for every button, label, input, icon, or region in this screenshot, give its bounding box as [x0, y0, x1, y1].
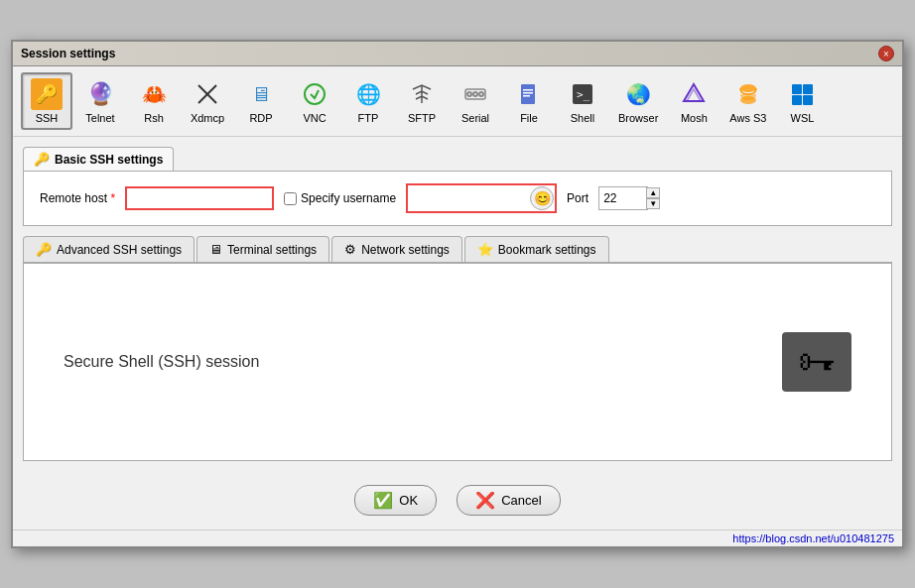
browser-icon: 🌏	[622, 78, 654, 110]
status-bar: https://blog.csdn.net/u010481275	[13, 529, 902, 546]
wsl-label: WSL	[791, 112, 815, 124]
rsh-icon: 🦀	[138, 78, 170, 110]
remote-host-input[interactable]	[125, 186, 274, 210]
svg-rect-20	[803, 95, 813, 105]
browser-label: Browser	[618, 112, 658, 124]
port-group: ▲ ▼	[598, 186, 660, 210]
vnc-button[interactable]: VNC	[289, 72, 340, 130]
rdp-icon: 🖥	[245, 78, 277, 110]
browser-button[interactable]: 🌏 Browser	[610, 72, 666, 130]
telnet-button[interactable]: 🔮 Telnet	[74, 72, 126, 130]
port-input[interactable]	[598, 186, 648, 210]
bookmark-tab-icon: ⭐	[477, 242, 493, 257]
basic-ssh-body: Remote host * Specify username 😊 Port	[23, 171, 892, 226]
ok-label: OK	[399, 493, 418, 508]
telnet-icon: 🔮	[84, 78, 116, 110]
svg-rect-19	[792, 95, 802, 105]
mosh-label: Mosh	[681, 112, 708, 124]
status-url: https://blog.csdn.net/u010481275	[732, 532, 894, 544]
cancel-button[interactable]: ❌ Cancel	[457, 485, 560, 516]
svg-point-4	[473, 92, 477, 96]
ssh-icon: 🔑	[31, 78, 63, 110]
sftp-label: SFTP	[408, 112, 436, 124]
port-spinner: ▲ ▼	[646, 187, 660, 209]
telnet-label: Telnet	[85, 112, 114, 124]
content-area: 🔑 Basic SSH settings Remote host * Speci…	[13, 137, 902, 471]
network-tab-icon: ⚙	[344, 242, 356, 257]
shell-label: Shell	[571, 112, 594, 124]
protocol-toolbar: 🔑 SSH 🔮 Telnet 🦀 Rsh Xdmcp 🖥	[13, 66, 902, 137]
aws-s3-icon	[732, 78, 764, 110]
wsl-button[interactable]: WSL	[776, 72, 828, 130]
sftp-icon	[406, 78, 438, 110]
basic-ssh-tab: 🔑 Basic SSH settings	[23, 147, 174, 171]
xdmcp-icon	[192, 78, 223, 110]
svg-rect-7	[521, 84, 535, 104]
wsl-icon	[786, 78, 818, 110]
ok-button[interactable]: ✅ OK	[354, 485, 437, 516]
close-button[interactable]: ×	[878, 46, 894, 61]
terminal-tab-icon: 🖥	[209, 242, 222, 257]
aws-s3-button[interactable]: Aws S3	[721, 72, 774, 130]
xdmcp-button[interactable]: Xdmcp	[182, 72, 233, 130]
remote-host-label: Remote host *	[40, 191, 115, 205]
svg-text:>_: >_	[577, 88, 590, 101]
button-row: ✅ OK ❌ Cancel	[13, 471, 902, 529]
serial-button[interactable]: Serial	[450, 72, 501, 130]
bookmark-settings-tab[interactable]: ⭐ Bookmark settings	[464, 236, 609, 262]
serial-label: Serial	[461, 112, 489, 124]
serial-icon	[459, 78, 491, 110]
svg-rect-10	[523, 95, 530, 97]
cancel-icon: ❌	[475, 491, 495, 510]
panel-text: Secure Shell (SSH) session	[64, 353, 259, 371]
sftp-button[interactable]: SFTP	[396, 72, 448, 130]
basic-form-row: Remote host * Specify username 😊 Port	[40, 183, 875, 213]
advanced-ssh-tab[interactable]: 🔑 Advanced SSH settings	[23, 236, 195, 262]
port-label: Port	[567, 191, 588, 205]
specify-username-checkbox[interactable]	[284, 192, 297, 205]
file-button[interactable]: File	[503, 72, 555, 130]
shell-icon: >_	[567, 78, 598, 110]
rdp-button[interactable]: 🖥 RDP	[235, 72, 287, 130]
ssh-label: SSH	[36, 112, 59, 124]
xdmcp-label: Xdmcp	[191, 112, 224, 124]
svg-rect-9	[523, 92, 533, 94]
cancel-label: Cancel	[501, 493, 541, 508]
rdp-label: RDP	[249, 112, 272, 124]
mosh-button[interactable]: Mosh	[668, 72, 719, 130]
rsh-label: Rsh	[144, 112, 164, 124]
dialog-title: Session settings	[21, 47, 115, 60]
network-settings-tab[interactable]: ⚙ Network settings	[331, 236, 462, 262]
port-increment-button[interactable]: ▲	[646, 187, 660, 198]
advanced-ssh-tab-icon: 🔑	[36, 242, 52, 257]
shell-button[interactable]: >_ Shell	[557, 72, 608, 130]
ssh-button[interactable]: 🔑 SSH	[21, 72, 72, 130]
vnc-label: VNC	[303, 112, 326, 124]
svg-point-15	[740, 84, 756, 92]
username-group: 😊	[406, 183, 557, 213]
svg-marker-13	[684, 84, 704, 101]
basic-ssh-tab-icon: 🔑	[34, 152, 50, 167]
svg-point-16	[740, 96, 756, 104]
svg-point-3	[467, 92, 471, 96]
port-decrement-button[interactable]: ▼	[646, 198, 660, 209]
svg-rect-18	[803, 84, 813, 94]
key-icon-box: 🗝	[782, 332, 851, 392]
specify-username-label: Specify username	[284, 191, 396, 205]
file-label: File	[520, 112, 538, 124]
terminal-settings-tab[interactable]: 🖥 Terminal settings	[196, 236, 329, 262]
advanced-tabs-row: 🔑 Advanced SSH settings 🖥 Terminal setti…	[23, 236, 892, 263]
svg-rect-8	[523, 89, 533, 91]
main-panel: Secure Shell (SSH) session 🗝	[23, 263, 892, 461]
file-icon	[513, 78, 545, 110]
ftp-button[interactable]: 🌐 FTP	[342, 72, 394, 130]
username-input[interactable]	[409, 188, 528, 208]
session-settings-dialog: Session settings × 🔑 SSH 🔮 Telnet 🦀 Rsh	[11, 40, 904, 548]
mosh-icon	[678, 78, 710, 110]
key-icon: 🗝	[798, 341, 836, 384]
rsh-button[interactable]: 🦀 Rsh	[128, 72, 180, 130]
user-icon[interactable]: 😊	[530, 186, 554, 210]
aws-s3-label: Aws S3	[729, 112, 766, 124]
svg-point-2	[305, 84, 325, 104]
basic-ssh-section: 🔑 Basic SSH settings Remote host * Speci…	[23, 147, 892, 226]
